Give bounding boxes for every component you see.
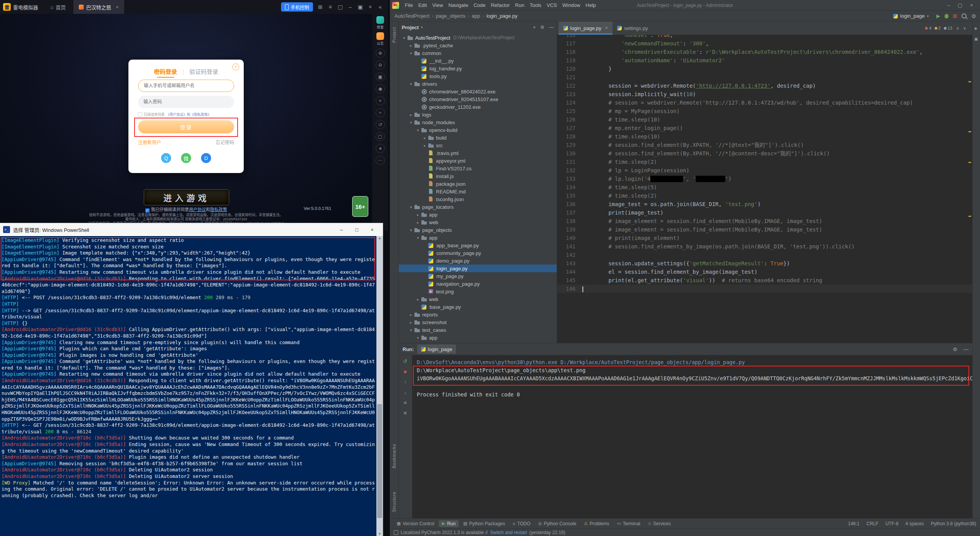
tree-row-chromedriver_9204515107.exe[interactable]: chromedriver_9204515107.exe [399,95,557,103]
tree-row-tools.py[interactable]: tools.py [399,72,557,80]
chevron-right-icon[interactable]: ▸ [408,113,414,117]
code-line-120[interactable]: 120 } [557,65,972,73]
collapse-panel-icon[interactable]: — [963,346,968,352]
menu-refactor[interactable]: Refactor [488,1,512,9]
d-login-login-icon[interactable]: D [201,153,211,163]
chevron-down-icon[interactable]: ▾ [415,128,421,132]
code-line-117[interactable]: 117 'newCommandTimeout': '300', [557,39,972,48]
tree-row-.travis.yml[interactable]: .travis.yml [399,149,557,157]
tree-row-package.json[interactable]: package.json [399,180,557,188]
tree-row-test.png[interactable]: test.png [399,288,557,295]
chevron-down-icon[interactable]: ▾ [408,228,414,232]
tree-row-AutoTestProject[interactable]: ▾ AutoTestProject D:\Workplace\AutoTestP… [399,34,557,42]
code-editor[interactable]: 116 'noReset': True, 117 'newCommandTime… [557,35,972,343]
breadcrumb-item[interactable]: AutoTestProject [394,12,430,20]
code-line-140[interactable]: 140 # print(image_element) [557,234,972,242]
more-icon[interactable]: ⋯ [376,156,385,165]
status-item[interactable]: CRLF [867,521,879,526]
agreement-links[interactable]: 《用户协议》和《隐私政策》 [166,112,211,117]
tab-game[interactable]: 巴汉特之怒 × [73,0,124,14]
menu-navigate[interactable]: Navigate [446,1,471,9]
scroll-up-icon[interactable]: ▲ [376,236,383,240]
code-line-136[interactable]: 136 image_test = os.path.join(BASE_DIR, … [557,200,972,208]
chevron-down-icon[interactable]: ▾ [408,205,414,209]
database-icon[interactable]: ▣ [974,37,978,41]
run-tab[interactable]: login_page [417,345,456,354]
toolwindow-terminal[interactable]: ▭Terminal [614,520,644,527]
debug-button[interactable] [945,14,948,18]
chevron-down-icon[interactable]: ▾ [415,236,421,240]
panel-settings-gear-icon[interactable]: ⚙ [540,25,544,30]
volume-down-icon[interactable]: ⊖ [376,60,385,70]
notifications-icon[interactable]: ◈ [974,26,977,30]
locate-file-icon[interactable]: ⌖ [533,25,536,30]
shake-icon[interactable]: ≈ [376,108,385,117]
toolstrip-bookmarks[interactable]: Bookmarks [390,444,398,468]
code-line-128[interactable]: 128 # time.sleep(10) [557,132,972,141]
inspections-up-icon[interactable]: ∧ [956,26,959,31]
chevron-down-icon[interactable]: ▾ [415,336,421,340]
menu-vcs[interactable]: VCS [544,1,560,9]
location-icon[interactable]: ⌖ [376,96,385,105]
code-line-137[interactable]: 137 print(image_test) [557,208,972,217]
phone-input[interactable] [138,80,234,92]
stop-button[interactable] [953,14,957,18]
record-icon[interactable]: ◉ [376,84,385,93]
tree-row-appveyor.yml[interactable]: appveyor.yml [399,157,557,165]
status-item[interactable]: 4 spaces [905,521,924,526]
phone-control-button[interactable]: 手机控制 [281,2,313,12]
collapse-icon[interactable]: « [375,4,385,10]
chevron-down-icon[interactable]: ▾ [421,25,423,29]
tab-home[interactable]: ⌂ 首页 [45,0,71,14]
password-input[interactable] [138,96,234,108]
project-panel-title[interactable]: Project [402,25,419,30]
wechat-login-icon[interactable]: 微 [181,153,191,163]
tree-row-login_page.py[interactable]: login_page.py [399,265,557,272]
code-line-124[interactable]: 124 # session = webdriver.Remote('http:/… [557,98,972,107]
tree-row-opencv-build[interactable]: ▾ opencv-build [399,126,557,134]
qq-login-icon[interactable]: Q [161,153,171,163]
toolwindow-problems[interactable]: ⚠Problems [581,520,612,527]
scroll-down-icon[interactable]: ↓ [404,390,407,395]
tree-row-log_handler.py[interactable]: log_handler.py [399,65,557,72]
code-line-116[interactable]: 116 'noReset': True, [557,35,972,39]
agree-checkbox[interactable] [138,112,142,117]
chevron-right-icon[interactable]: ▸ [415,297,421,301]
inspection-weak-badge[interactable]: 13 [944,26,952,30]
menu-tools[interactable]: Tools [527,1,544,9]
powershell-scrollbar[interactable]: ▲ ▼ [376,236,383,536]
code-line-133[interactable]: 133 # lp.login('4██████████', '█████████… [557,175,972,183]
tree-row-README.md[interactable]: README.md [399,188,557,195]
powershell-console[interactable]: [ImageElementPlugin] Verifying screensho… [0,236,376,536]
sidebar-wrench-button[interactable]: 修复 [376,16,384,30]
tree-row-app[interactable]: ▾ app [399,234,557,241]
code-line-121[interactable]: 121 [557,73,972,82]
hide-panel-icon[interactable]: — [549,25,554,30]
tree-row-community_page.py[interactable]: community_page.py [399,249,557,257]
stop-icon[interactable]: ■ [404,369,407,375]
tree-row-page_objects[interactable]: ▾ page_objects [399,226,557,234]
minimize-icon[interactable]: – [345,4,355,10]
screenshot-icon[interactable]: ▣ [376,72,385,82]
minimize-icon[interactable]: – [947,2,950,8]
toolwindow-run[interactable]: ▶Run [439,520,458,527]
code-line-135[interactable]: 135 # time.sleep(2) [557,191,972,200]
maximize-icon[interactable]: ▢ [958,2,962,8]
privacy-policy-link[interactable]: 隐私政策 [210,207,227,212]
fullscreen-icon[interactable]: ▢ [335,4,345,10]
tree-row-drivers[interactable]: ▾ drivers [399,80,557,88]
status-item[interactable]: 146:1 [848,521,860,526]
editor-tab-login_page.py[interactable]: login_page.py× [559,22,612,35]
inspection-warning-badge[interactable]: 2 [935,26,941,30]
tree-row-src[interactable]: ▸ src [399,141,557,149]
code-line-126[interactable]: 126 # time.sleep(10) [557,115,972,124]
clear-console-icon[interactable]: ✕ [403,410,408,416]
tree-row-web[interactable]: ▸ web [399,218,557,226]
minimize-icon[interactable]: – [334,227,349,233]
close-icon[interactable]: × [365,4,375,10]
login-button[interactable]: 登录 [138,120,234,133]
chevron-down-icon[interactable]: ▾ [408,51,414,55]
code-line-131[interactable]: 131 # time.sleep(2) [557,158,972,166]
chevron-right-icon[interactable]: ▸ [415,220,421,225]
chevron-right-icon[interactable]: ▸ [422,143,428,148]
